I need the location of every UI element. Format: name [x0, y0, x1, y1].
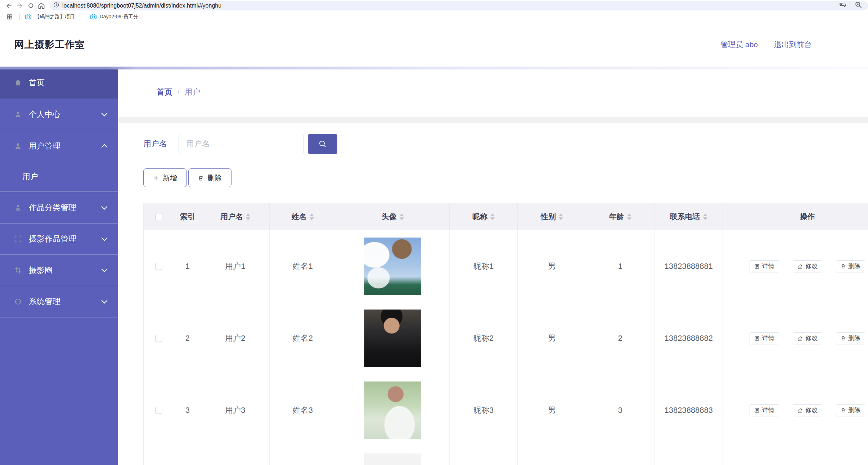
cell-name: 姓名1 [270, 230, 336, 302]
exit-to-front-link[interactable]: 退出到前台 [774, 40, 812, 50]
avatar [364, 238, 421, 295]
edit-button[interactable]: 修改 [793, 260, 822, 272]
trash-icon [841, 335, 846, 341]
chevron-down-icon [102, 235, 108, 241]
row-checkbox[interactable] [155, 335, 162, 342]
column-header-avatar[interactable]: 头像 [336, 203, 450, 230]
trash-icon [198, 175, 204, 181]
cell-nickname [450, 446, 518, 465]
search-button[interactable] [308, 134, 337, 154]
cell-gender: 男 [518, 374, 586, 446]
chevron-down-icon [102, 110, 108, 117]
bilibili-icon [90, 14, 97, 20]
column-header-name[interactable]: 姓名 [270, 203, 336, 230]
cell-nickname: 昵称1 [450, 230, 518, 302]
detail-button[interactable]: 详情 [750, 404, 779, 416]
delete-row-button[interactable]: 删除 [836, 404, 865, 416]
select-all-checkbox[interactable] [155, 213, 162, 220]
sidebar-item-photo-works[interactable]: 摄影作品管理 [0, 224, 118, 255]
sort-icon[interactable] [703, 213, 707, 220]
cell-nickname: 昵称2 [450, 302, 518, 374]
cell-name [270, 446, 336, 465]
forward-icon[interactable] [14, 1, 25, 10]
cell-phone: 13823888881 [655, 230, 723, 302]
cell-nickname: 昵称3 [450, 374, 518, 446]
home-button-icon[interactable] [36, 1, 47, 10]
table-row: 2 用户2 姓名2 昵称2 男 2 13823888882 详情 修改 删除 [144, 302, 868, 374]
bookmark-item[interactable]: 【码神之路】项目... [25, 14, 79, 20]
url-text[interactable]: localhost:8080/springboot07j52/admin/dis… [62, 3, 839, 9]
bookmark-label: Day02-09-员工分... [100, 14, 143, 20]
sort-icon[interactable] [246, 213, 250, 220]
delete-button[interactable]: 删除 [188, 168, 231, 187]
sidebar-item-personal-center[interactable]: 个人中心 [0, 99, 118, 130]
cell-phone: 13823888883 [655, 374, 723, 446]
search-label: 用户名 [143, 139, 167, 149]
breadcrumb-home[interactable]: 首页 [157, 87, 172, 98]
column-header-username[interactable]: 用户名 [201, 203, 270, 230]
sidebar-item-work-category[interactable]: 作品分类管理 [0, 192, 118, 224]
avatar [364, 382, 421, 439]
avatar [364, 453, 421, 465]
column-header-age[interactable]: 年龄 [586, 203, 655, 230]
main-content: 首页 / 用户 用户名 新增 删除 [118, 67, 868, 465]
header-shadow [0, 67, 868, 69]
sort-icon[interactable] [310, 213, 314, 220]
detail-button[interactable]: 详情 [750, 260, 779, 272]
sidebar-subitem-user[interactable]: 用户 [0, 162, 118, 192]
edit-button[interactable]: 修改 [793, 332, 822, 344]
cell-username: 用户2 [201, 302, 270, 374]
sort-icon[interactable] [627, 213, 631, 220]
sidebar-item-user-management[interactable]: 用户管理 [0, 130, 118, 162]
sort-icon[interactable] [400, 213, 404, 220]
bookmark-item[interactable]: Day02-09-员工分... [90, 14, 143, 20]
edit-button[interactable]: 修改 [793, 404, 822, 416]
sort-icon[interactable] [559, 213, 563, 220]
password-key-icon[interactable] [839, 1, 847, 10]
site-info-icon[interactable] [53, 2, 59, 9]
column-header-gender[interactable]: 性别 [518, 203, 586, 230]
delete-row-button[interactable]: 删除 [836, 332, 865, 344]
sidebar-item-system-management[interactable]: 系统管理 [0, 286, 118, 317]
app-header: 网上摄影工作室 管理员 abo 退出到前台 退 [0, 22, 868, 67]
edit-icon [797, 335, 803, 341]
breadcrumb-separator: / [177, 88, 180, 96]
cell-age: 1 [586, 230, 655, 302]
detail-button[interactable]: 详情 [750, 332, 779, 344]
document-icon [754, 407, 760, 413]
row-checkbox[interactable] [155, 407, 162, 414]
bookmark-label: 【码神之路】项目... [35, 14, 79, 20]
reload-icon[interactable] [25, 1, 36, 10]
address-bar[interactable]: localhost:8080/springboot07j52/admin/dis… [50, 1, 868, 10]
add-button[interactable]: 新增 [143, 168, 187, 187]
cell-index: 3 [174, 374, 201, 446]
back-icon[interactable] [4, 1, 14, 10]
zoom-icon[interactable] [855, 1, 862, 10]
chevron-down-icon [102, 298, 108, 304]
cell-age: 3 [586, 374, 655, 446]
column-header-index[interactable]: 索引 [174, 203, 201, 230]
user-icon [14, 110, 22, 119]
cell-gender: 男 [518, 230, 586, 302]
sidebar-item-home[interactable]: 首页 [0, 67, 118, 99]
cell-gender [518, 446, 586, 465]
chevron-down-icon [102, 204, 108, 210]
row-checkbox[interactable] [155, 263, 162, 270]
sidebar-subitem-label: 用户 [22, 171, 38, 182]
trash-icon [841, 263, 846, 269]
admin-user-link[interactable]: 管理员 abo [720, 40, 758, 50]
home-icon [14, 78, 22, 87]
document-icon [754, 263, 760, 269]
sidebar-item-photo-circle[interactable]: 摄影圈 [0, 255, 118, 286]
avatar [364, 310, 421, 367]
table-row [144, 446, 868, 465]
cell-name: 姓名3 [270, 374, 336, 446]
cell-age [586, 446, 655, 465]
column-header-phone[interactable]: 联系电话 [655, 203, 723, 230]
column-header-actions: 操作 [723, 203, 868, 230]
search-input[interactable] [179, 134, 303, 154]
sort-icon[interactable] [490, 213, 495, 220]
delete-row-button[interactable]: 删除 [836, 260, 865, 272]
apps-grid-icon[interactable] [4, 12, 15, 22]
column-header-nickname[interactable]: 昵称 [450, 203, 518, 230]
